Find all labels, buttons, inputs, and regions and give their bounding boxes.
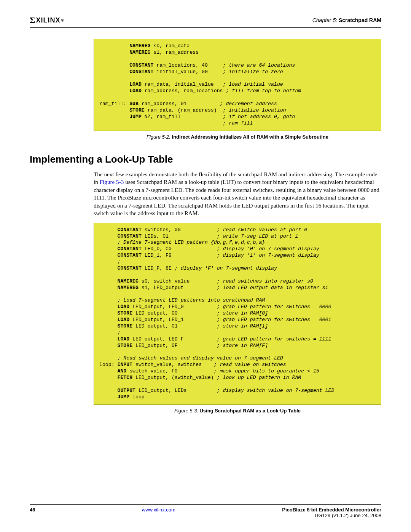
logo-sigma-icon: Σ <box>30 15 35 25</box>
xilinx-logo: Σ XILINX ® <box>30 15 64 25</box>
footer-url: www.xilinx.com <box>35 507 282 513</box>
code-comment: ; <box>117 259 120 265</box>
doc-version: UG129 (v1.1.2) June 24, 2008 <box>282 513 381 518</box>
code-comment: ; <box>117 330 120 335</box>
code-comment: ; store in RAM[1] <box>217 323 268 329</box>
code-listing-2: CONSTANT switches, 00 ; read switch valu… <box>94 223 381 405</box>
figure-caption-2: Figure 5-3: Using Scratchpad RAM as a Lo… <box>94 408 381 414</box>
code-keyword: LOAD <box>129 81 142 87</box>
code-comment: ; display switch value on 7-segment LED <box>217 388 335 393</box>
code-comment: ; ram_fill <box>223 120 253 126</box>
page: Σ XILINX ® Chapter 5: Scratchpad RAM NAM… <box>0 0 411 532</box>
code-comment: ; decrement address <box>220 101 277 107</box>
code-comment: ; mask upper bits to guarantee < 15 <box>214 368 319 374</box>
code-keyword: CONSTANT <box>117 233 141 239</box>
page-footer: 46 www.xilinx.com PicoBlaze 8-bit Embedd… <box>30 504 381 518</box>
code-comment: ; initialize to zero <box>223 69 283 75</box>
code-keyword: CONSTANT <box>129 69 153 75</box>
code-keyword: INPUT <box>117 362 132 367</box>
code-comment: ; grab LED pattern for switches = 0001 <box>217 317 331 323</box>
code-keyword: CONSTANT <box>117 252 141 258</box>
code-keyword: NAMEREG <box>117 278 138 284</box>
code-comment: ; fill from top to bottom <box>226 88 301 94</box>
code-comment: ; Load 7-segment LED patterns into scrat… <box>117 297 265 303</box>
code-comment: ; there are 64 locations <box>223 62 295 68</box>
code-comment: ; Define 7-segment LED pattern {dp,g,f,e… <box>117 240 265 245</box>
code-comment: ; Read switch values and display value o… <box>117 355 283 361</box>
code-label: ram_fill: <box>99 101 129 107</box>
code-keyword: LOAD <box>117 317 129 323</box>
code-keyword: LOAD <box>117 304 129 310</box>
figure-reference-link[interactable]: Figure 5-3 <box>100 179 124 185</box>
code-comment: ; look up LED pattern in RAM <box>217 375 301 380</box>
logo-registered: ® <box>61 18 64 22</box>
figure-label: Figure 5-2: <box>147 134 170 140</box>
figure-label: Figure 5-3: <box>174 408 198 414</box>
code-keyword: CONSTANT <box>117 227 141 233</box>
section-heading: Implementing a Look-Up Table <box>30 153 381 165</box>
code-comment: ; read switches into register s0 <box>217 278 313 284</box>
code-keyword: STORE <box>117 323 132 329</box>
code-keyword: LOAD <box>129 88 142 94</box>
code-comment: ; read value on switches <box>214 362 286 367</box>
chapter-label: Chapter 5: Scratchpad RAM <box>312 17 381 23</box>
figure-title: Indirect Addressing Initializes All of R… <box>172 134 328 140</box>
code-comment: ; grab LED pattern for switches = 0000 <box>217 304 331 310</box>
code-keyword: JUMP <box>129 114 142 120</box>
figure-caption-1: Figure 5-2: Indirect Addressing Initiali… <box>94 134 381 140</box>
code-keyword: AND <box>117 368 126 374</box>
doc-title: PicoBlaze 8-bit Embedded Microcontroller <box>282 507 381 513</box>
code-keyword: JUMP <box>117 394 129 400</box>
code-comment: ; if not address 0, goto <box>223 114 295 120</box>
code-comment: ; display '0' on 7-segment display <box>217 246 319 252</box>
code-keyword: STORE <box>117 343 132 348</box>
chapter-title: Scratchpad RAM <box>339 17 381 23</box>
code-keyword: OUTPUT <box>117 388 135 393</box>
code-keyword: NAMEREG <box>129 43 150 49</box>
code-listing-1: NAMEREG s0, ram_data NAMEREG s1, ram_add… <box>94 39 381 131</box>
code-comment: ; initialize location <box>223 107 286 113</box>
code-comment: ; load initial value <box>223 81 283 87</box>
code-comment: ; read switch values at port 0 <box>217 227 307 233</box>
code-comment: ; display '1' on 7-segment display <box>217 252 319 258</box>
chapter-number: Chapter 5: <box>312 17 337 23</box>
code-keyword: CONSTANT <box>117 265 141 271</box>
code-comment: ; write 7-seg LED at port 1 <box>217 233 298 239</box>
code-comment: ; grab LED pattern for switches = 1111 <box>217 336 331 342</box>
body-paragraph: The next few examples demonstrate both t… <box>94 171 381 217</box>
code-keyword: CONSTANT <box>117 246 141 252</box>
code-keyword: NAMEREG <box>117 285 138 291</box>
page-number: 46 <box>30 507 35 513</box>
code-keyword: STORE <box>129 107 145 113</box>
code-comment: ; store in RAM[F] <box>217 343 268 348</box>
footer-doc-info: PicoBlaze 8-bit Embedded Microcontroller… <box>282 507 381 518</box>
para-text: uses Scratchpad RAM as a look-up table (… <box>94 179 379 216</box>
code-comment: ; display 'F' on 7-segment display <box>175 265 277 271</box>
code-keyword: NAMEREG <box>129 50 150 55</box>
code-comment: ; store in RAM[0] <box>217 310 268 316</box>
logo-text: XILINX <box>36 16 60 24</box>
xilinx-url-link[interactable]: www.xilinx.com <box>142 507 175 513</box>
code-keyword: STORE <box>117 310 132 316</box>
page-header: Σ XILINX ® Chapter 5: Scratchpad RAM <box>30 15 381 28</box>
code-keyword: LOAD <box>117 336 129 342</box>
figure-title: Using Scratchpad RAM as a Look-Up Table <box>199 408 301 414</box>
code-keyword: SUB <box>129 101 139 107</box>
code-keyword: CONSTANT <box>129 62 153 68</box>
code-comment: ; load LED output data in register s1 <box>217 285 328 291</box>
code-keyword: FETCH <box>117 375 132 380</box>
code-label: loop: <box>99 362 117 367</box>
